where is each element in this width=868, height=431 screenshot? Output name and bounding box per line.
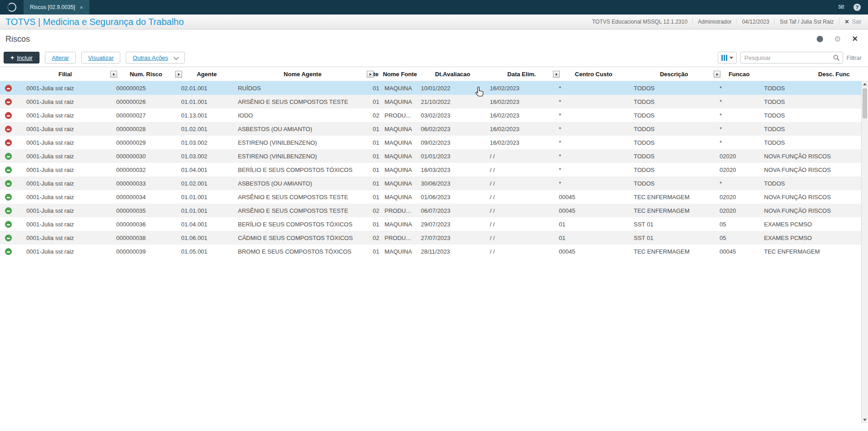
row-status-cell (0, 190, 17, 204)
table-row[interactable]: 0001-Julia sst raiz00000002801.02.001ASB… (0, 122, 861, 136)
header-descricao[interactable]: Descrição (631, 67, 717, 81)
cell-funcao: * (717, 81, 761, 95)
cell-descricao: TODOS (631, 149, 717, 163)
table-row[interactable]: 0001-Julia sst raiz00000003601.04.001BER… (0, 217, 861, 231)
cell-nome_fonte: MAQUINA (382, 122, 418, 136)
cell-centro_custo: * (556, 176, 631, 190)
header-nome-agente[interactable]: Nome Agente (235, 67, 370, 81)
cell-filial: 0001-Julia sst raiz (17, 204, 113, 217)
tab-close-icon[interactable]: × (79, 5, 83, 10)
gear-icon[interactable]: ⚙ (834, 35, 841, 43)
outras-acoes-button[interactable]: Outras Ações (126, 52, 185, 64)
header-data-elim[interactable]: Data Elim. (487, 67, 556, 81)
header-desc-func[interactable]: Desc. Func (761, 67, 861, 81)
cell-fonte: 01 (370, 176, 382, 190)
cell-desc_func: TODOS (761, 122, 861, 136)
cell-descricao: TODOS (631, 81, 717, 95)
table-row[interactable]: 0001-Julia sst raiz00000003301.02.001ASB… (0, 176, 861, 190)
header-dt-avaliacao[interactable]: Dt.Avaliacao (418, 67, 487, 81)
exit-x-icon: ✕ (845, 19, 849, 25)
app-title: TOTVS | Medicina e Segurança do Trabalho (5, 17, 184, 27)
row-status-cell (0, 95, 17, 108)
cell-desc_func: NOVA FUNÇÃO RISCOS (761, 149, 861, 163)
cell-funcao: * (717, 176, 761, 190)
mail-icon[interactable]: ✉ (838, 4, 844, 11)
cell-nome_agente: ESTIRENO (VINILBENZENO) (235, 149, 370, 163)
incluir-button[interactable]: + Incluir (4, 52, 39, 64)
filter-button-num-risco[interactable] (110, 71, 117, 78)
cell-desc_func: TODOS (761, 176, 861, 190)
cell-num_risco: 000000036 (113, 217, 178, 231)
header-funcao[interactable]: Funcao (717, 67, 761, 81)
cell-agente: 01.01.001 (178, 95, 235, 108)
scroll-down-icon[interactable] (862, 416, 868, 423)
cell-num_risco: 000000029 (113, 136, 178, 149)
table-row[interactable]: 0001-Julia sst raiz00000003901.05.001BRO… (0, 245, 861, 258)
circle-indicator-icon[interactable] (817, 36, 823, 42)
row-status-cell (0, 245, 17, 258)
page-title-bar: Riscos ⚙ ✕ (0, 29, 868, 49)
table-row[interactable]: 0001-Julia sst raiz00000002901.03.002EST… (0, 136, 861, 149)
cell-data_elim: / / (487, 204, 556, 217)
help-icon[interactable]: ? (853, 4, 861, 11)
exit-label: Sair (852, 19, 862, 25)
plus-icon: + (10, 54, 14, 61)
cell-filial: 0001-Julia sst raiz (17, 149, 113, 163)
table-row[interactable]: 0001-Julia sst raiz00000003401.01.001ARS… (0, 190, 861, 204)
cell-funcao: 02020 (717, 190, 761, 204)
table-header: Filial Num. Risco Agente Nome Agente te … (0, 67, 861, 81)
table-row[interactable]: 0001-Julia sst raiz00000003001.03.002EST… (0, 149, 861, 163)
header-agente[interactable]: Agente (178, 67, 235, 81)
cell-descricao: TEC ENFERMAGEM (631, 204, 717, 217)
row-status-cell (0, 204, 17, 217)
cell-nome_agente: BERÍLIO E SEUS COMPOSTOS TÓXICOS (235, 217, 370, 231)
cell-desc_func: TODOS (761, 95, 861, 108)
table-row[interactable]: 0001-Julia sst raiz00000002502.01.001RUÍ… (0, 81, 861, 95)
cell-filial: 0001-Julia sst raiz (17, 231, 113, 245)
cell-num_risco: 000000034 (113, 190, 178, 204)
table-row[interactable]: 0001-Julia sst raiz00000002701.13.001IOD… (0, 108, 861, 122)
status-red-icon (5, 98, 12, 105)
status-green-icon (5, 167, 12, 173)
app-header: TOTVS | Medicina e Segurança do Trabalho… (0, 15, 868, 29)
tab-riscos[interactable]: Riscos [02.9.0035] × (24, 0, 89, 15)
cell-num_risco: 000000030 (113, 149, 178, 163)
header-num-risco[interactable]: Num. Risco (113, 67, 178, 81)
header-filial[interactable]: Filial (17, 67, 113, 81)
table-row[interactable]: 0001-Julia sst raiz00000002601.01.001ARS… (0, 95, 861, 108)
vertical-scrollbar[interactable] (861, 81, 868, 423)
cell-nome_agente: ARSÊNIO E SEUS COMPOSTOS TESTE (235, 190, 370, 204)
cell-desc_func: EXAMES PCMSO (761, 231, 861, 245)
cell-descricao: TEC ENFERMAGEM (631, 245, 717, 258)
cell-fonte: 01 (370, 217, 382, 231)
table-row[interactable]: 0001-Julia sst raiz00000003801.06.001CÁD… (0, 231, 861, 245)
search-icon[interactable] (833, 54, 839, 61)
search-box (740, 52, 843, 64)
visualizar-button[interactable]: Visualizar (81, 52, 120, 64)
visualizar-label: Visualizar (88, 54, 113, 61)
cell-centro_custo: * (556, 136, 631, 149)
filter-button-agente[interactable] (175, 71, 182, 78)
close-window-icon[interactable]: ✕ (852, 35, 858, 43)
filter-button-funcao[interactable] (714, 71, 720, 78)
alterar-button[interactable]: Alterar (45, 52, 76, 64)
header-centro-custo[interactable]: Centro Custo (556, 67, 631, 81)
exit-button[interactable]: ✕ Sair (839, 19, 863, 25)
filtrar-link[interactable]: Filtrar (847, 54, 862, 61)
column-picker-button[interactable] (718, 52, 737, 64)
outras-acoes-label: Outras Ações (133, 54, 168, 61)
cell-filial: 0001-Julia sst raiz (17, 81, 113, 95)
filter-button-fonte[interactable] (367, 71, 374, 78)
totvs-logo-icon (7, 3, 16, 12)
scroll-up-icon[interactable] (862, 81, 868, 88)
cell-funcao: 05 (717, 217, 761, 231)
header-nome-fonte[interactable]: Nome Fonte (382, 67, 418, 81)
filter-button-centro-custo[interactable] (553, 71, 560, 78)
table-row[interactable]: 0001-Julia sst raiz00000003501.01.001ARS… (0, 204, 861, 217)
scrollbar-thumb[interactable] (863, 88, 867, 118)
cell-descricao: TODOS (631, 108, 717, 122)
table-row[interactable]: 0001-Julia sst raiz00000003201.04.001BER… (0, 163, 861, 176)
cell-agente: 01.01.001 (178, 190, 235, 204)
tab-label: Riscos [02.9.0035] (30, 4, 75, 10)
search-input[interactable] (741, 54, 833, 61)
